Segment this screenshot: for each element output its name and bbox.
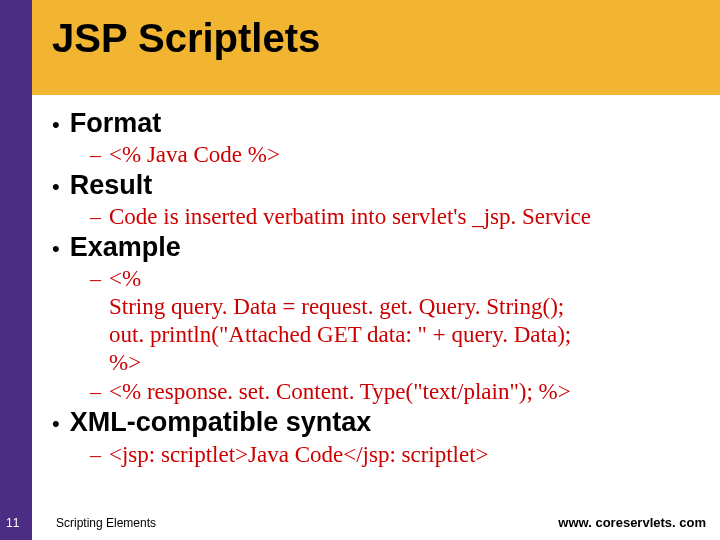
bullet-item: • XML-compatible syntax [52,407,692,438]
footer-right-text: www. coreservlets. com [558,515,706,530]
sub-text: <% Java Code %> [109,141,280,169]
sub-item: – <% String query. Data = request. get. … [90,265,692,377]
dash-icon: – [90,141,101,169]
dash-icon: – [90,441,101,469]
footer: 11 Scripting Elements www. coreservlets.… [0,508,720,530]
page-number: 11 [6,516,19,530]
sub-text: <% response. set. Content. Type("text/pl… [109,378,571,406]
sub-text: Code is inserted verbatim into servlet's… [109,203,591,231]
footer-left-text: Scripting Elements [56,516,156,530]
bullet-icon: • [52,413,60,435]
dash-icon: – [90,203,101,231]
bullet-label: Example [70,232,181,263]
content-area: • Format – <% Java Code %> • Result – Co… [52,108,692,470]
bullet-icon: • [52,238,60,260]
slide-title: JSP Scriptlets [52,16,320,61]
sub-item: – <% response. set. Content. Type("text/… [90,378,692,406]
bullet-item: • Result [52,170,692,201]
bullet-icon: • [52,114,60,136]
sub-item: – <jsp: scriptlet>Java Code</jsp: script… [90,441,692,469]
left-stripe [0,0,32,540]
bullet-label: Result [70,170,153,201]
bullet-item: • Example [52,232,692,263]
dash-icon: – [90,378,101,406]
sub-text: <% String query. Data = request. get. Qu… [109,265,571,377]
dash-icon: – [90,265,101,293]
bullet-item: • Format [52,108,692,139]
bullet-label: Format [70,108,162,139]
bullet-icon: • [52,176,60,198]
sub-item: – Code is inserted verbatim into servlet… [90,203,692,231]
bullet-label: XML-compatible syntax [70,407,372,438]
sub-item: – <% Java Code %> [90,141,692,169]
sub-text: <jsp: scriptlet>Java Code</jsp: scriptle… [109,441,489,469]
